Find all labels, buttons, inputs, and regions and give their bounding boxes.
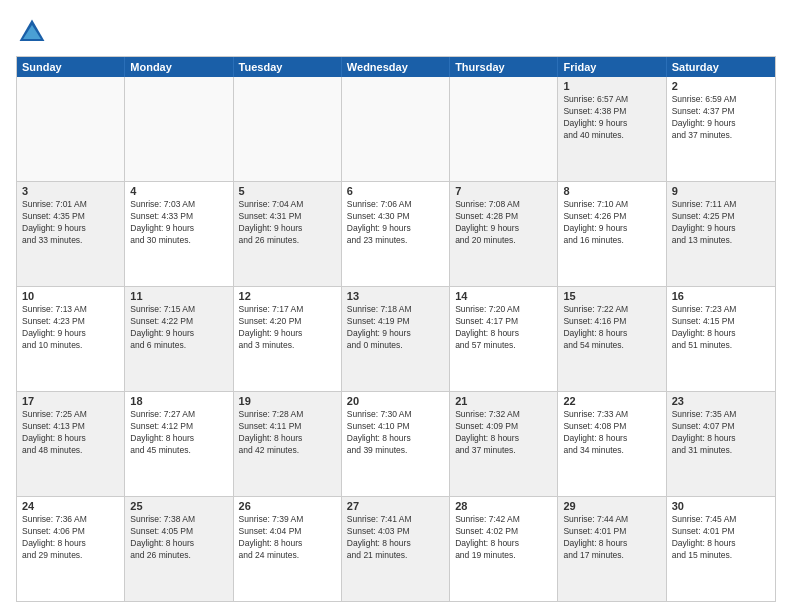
- day-number: 10: [22, 290, 119, 302]
- day-info: Sunrise: 7:30 AM Sunset: 4:10 PM Dayligh…: [347, 409, 444, 457]
- calendar-cell: 9Sunrise: 7:11 AM Sunset: 4:25 PM Daylig…: [667, 182, 775, 286]
- weekday-header: Friday: [558, 57, 666, 77]
- day-info: Sunrise: 7:39 AM Sunset: 4:04 PM Dayligh…: [239, 514, 336, 562]
- calendar-cell: 26Sunrise: 7:39 AM Sunset: 4:04 PM Dayli…: [234, 497, 342, 601]
- day-number: 11: [130, 290, 227, 302]
- day-number: 28: [455, 500, 552, 512]
- calendar-cell: 19Sunrise: 7:28 AM Sunset: 4:11 PM Dayli…: [234, 392, 342, 496]
- day-info: Sunrise: 7:23 AM Sunset: 4:15 PM Dayligh…: [672, 304, 770, 352]
- calendar-row: 24Sunrise: 7:36 AM Sunset: 4:06 PM Dayli…: [17, 497, 775, 601]
- day-info: Sunrise: 7:17 AM Sunset: 4:20 PM Dayligh…: [239, 304, 336, 352]
- day-number: 9: [672, 185, 770, 197]
- calendar-cell: 25Sunrise: 7:38 AM Sunset: 4:05 PM Dayli…: [125, 497, 233, 601]
- weekday-header: Tuesday: [234, 57, 342, 77]
- day-info: Sunrise: 7:01 AM Sunset: 4:35 PM Dayligh…: [22, 199, 119, 247]
- calendar-cell: 17Sunrise: 7:25 AM Sunset: 4:13 PM Dayli…: [17, 392, 125, 496]
- page: SundayMondayTuesdayWednesdayThursdayFrid…: [0, 0, 792, 612]
- calendar-cell: 18Sunrise: 7:27 AM Sunset: 4:12 PM Dayli…: [125, 392, 233, 496]
- calendar-row: 10Sunrise: 7:13 AM Sunset: 4:23 PM Dayli…: [17, 287, 775, 392]
- day-info: Sunrise: 7:42 AM Sunset: 4:02 PM Dayligh…: [455, 514, 552, 562]
- calendar-cell: 10Sunrise: 7:13 AM Sunset: 4:23 PM Dayli…: [17, 287, 125, 391]
- day-info: Sunrise: 7:10 AM Sunset: 4:26 PM Dayligh…: [563, 199, 660, 247]
- day-info: Sunrise: 7:06 AM Sunset: 4:30 PM Dayligh…: [347, 199, 444, 247]
- day-number: 22: [563, 395, 660, 407]
- weekday-header: Thursday: [450, 57, 558, 77]
- calendar-cell: [450, 77, 558, 181]
- day-info: Sunrise: 7:41 AM Sunset: 4:03 PM Dayligh…: [347, 514, 444, 562]
- calendar-row: 17Sunrise: 7:25 AM Sunset: 4:13 PM Dayli…: [17, 392, 775, 497]
- day-info: Sunrise: 7:03 AM Sunset: 4:33 PM Dayligh…: [130, 199, 227, 247]
- calendar-cell: 5Sunrise: 7:04 AM Sunset: 4:31 PM Daylig…: [234, 182, 342, 286]
- calendar-cell: 21Sunrise: 7:32 AM Sunset: 4:09 PM Dayli…: [450, 392, 558, 496]
- calendar-cell: 12Sunrise: 7:17 AM Sunset: 4:20 PM Dayli…: [234, 287, 342, 391]
- day-number: 4: [130, 185, 227, 197]
- calendar-cell: 29Sunrise: 7:44 AM Sunset: 4:01 PM Dayli…: [558, 497, 666, 601]
- calendar-cell: 7Sunrise: 7:08 AM Sunset: 4:28 PM Daylig…: [450, 182, 558, 286]
- calendar-cell: 3Sunrise: 7:01 AM Sunset: 4:35 PM Daylig…: [17, 182, 125, 286]
- day-number: 2: [672, 80, 770, 92]
- calendar-header: SundayMondayTuesdayWednesdayThursdayFrid…: [17, 57, 775, 77]
- day-number: 16: [672, 290, 770, 302]
- calendar-row: 3Sunrise: 7:01 AM Sunset: 4:35 PM Daylig…: [17, 182, 775, 287]
- day-info: Sunrise: 7:25 AM Sunset: 4:13 PM Dayligh…: [22, 409, 119, 457]
- calendar-cell: 13Sunrise: 7:18 AM Sunset: 4:19 PM Dayli…: [342, 287, 450, 391]
- day-info: Sunrise: 7:11 AM Sunset: 4:25 PM Dayligh…: [672, 199, 770, 247]
- day-number: 20: [347, 395, 444, 407]
- day-info: Sunrise: 7:08 AM Sunset: 4:28 PM Dayligh…: [455, 199, 552, 247]
- weekday-header: Monday: [125, 57, 233, 77]
- calendar-cell: 14Sunrise: 7:20 AM Sunset: 4:17 PM Dayli…: [450, 287, 558, 391]
- calendar-cell: 23Sunrise: 7:35 AM Sunset: 4:07 PM Dayli…: [667, 392, 775, 496]
- calendar-cell: 2Sunrise: 6:59 AM Sunset: 4:37 PM Daylig…: [667, 77, 775, 181]
- calendar-cell: 6Sunrise: 7:06 AM Sunset: 4:30 PM Daylig…: [342, 182, 450, 286]
- day-info: Sunrise: 7:04 AM Sunset: 4:31 PM Dayligh…: [239, 199, 336, 247]
- day-info: Sunrise: 7:44 AM Sunset: 4:01 PM Dayligh…: [563, 514, 660, 562]
- calendar-cell: 22Sunrise: 7:33 AM Sunset: 4:08 PM Dayli…: [558, 392, 666, 496]
- day-number: 1: [563, 80, 660, 92]
- calendar-cell: 1Sunrise: 6:57 AM Sunset: 4:38 PM Daylig…: [558, 77, 666, 181]
- day-info: Sunrise: 7:13 AM Sunset: 4:23 PM Dayligh…: [22, 304, 119, 352]
- day-number: 7: [455, 185, 552, 197]
- day-info: Sunrise: 7:27 AM Sunset: 4:12 PM Dayligh…: [130, 409, 227, 457]
- calendar-cell: 24Sunrise: 7:36 AM Sunset: 4:06 PM Dayli…: [17, 497, 125, 601]
- day-number: 12: [239, 290, 336, 302]
- weekday-header: Saturday: [667, 57, 775, 77]
- calendar-cell: 4Sunrise: 7:03 AM Sunset: 4:33 PM Daylig…: [125, 182, 233, 286]
- day-number: 27: [347, 500, 444, 512]
- day-info: Sunrise: 7:32 AM Sunset: 4:09 PM Dayligh…: [455, 409, 552, 457]
- calendar-row: 1Sunrise: 6:57 AM Sunset: 4:38 PM Daylig…: [17, 77, 775, 182]
- calendar-cell: 11Sunrise: 7:15 AM Sunset: 4:22 PM Dayli…: [125, 287, 233, 391]
- day-info: Sunrise: 7:33 AM Sunset: 4:08 PM Dayligh…: [563, 409, 660, 457]
- day-info: Sunrise: 6:57 AM Sunset: 4:38 PM Dayligh…: [563, 94, 660, 142]
- day-number: 5: [239, 185, 336, 197]
- day-number: 21: [455, 395, 552, 407]
- day-number: 26: [239, 500, 336, 512]
- day-number: 25: [130, 500, 227, 512]
- day-info: Sunrise: 7:38 AM Sunset: 4:05 PM Dayligh…: [130, 514, 227, 562]
- day-info: Sunrise: 7:15 AM Sunset: 4:22 PM Dayligh…: [130, 304, 227, 352]
- calendar: SundayMondayTuesdayWednesdayThursdayFrid…: [16, 56, 776, 602]
- calendar-body: 1Sunrise: 6:57 AM Sunset: 4:38 PM Daylig…: [17, 77, 775, 601]
- day-info: Sunrise: 7:45 AM Sunset: 4:01 PM Dayligh…: [672, 514, 770, 562]
- calendar-cell: 28Sunrise: 7:42 AM Sunset: 4:02 PM Dayli…: [450, 497, 558, 601]
- weekday-header: Wednesday: [342, 57, 450, 77]
- logo-icon: [16, 16, 48, 48]
- calendar-cell: 8Sunrise: 7:10 AM Sunset: 4:26 PM Daylig…: [558, 182, 666, 286]
- day-number: 23: [672, 395, 770, 407]
- logo: [16, 16, 52, 48]
- day-number: 8: [563, 185, 660, 197]
- header: [16, 16, 776, 48]
- day-number: 18: [130, 395, 227, 407]
- calendar-cell: [234, 77, 342, 181]
- calendar-cell: [17, 77, 125, 181]
- day-info: Sunrise: 7:20 AM Sunset: 4:17 PM Dayligh…: [455, 304, 552, 352]
- day-number: 29: [563, 500, 660, 512]
- calendar-cell: [342, 77, 450, 181]
- calendar-cell: 27Sunrise: 7:41 AM Sunset: 4:03 PM Dayli…: [342, 497, 450, 601]
- calendar-cell: 30Sunrise: 7:45 AM Sunset: 4:01 PM Dayli…: [667, 497, 775, 601]
- calendar-cell: 20Sunrise: 7:30 AM Sunset: 4:10 PM Dayli…: [342, 392, 450, 496]
- calendar-cell: 16Sunrise: 7:23 AM Sunset: 4:15 PM Dayli…: [667, 287, 775, 391]
- day-number: 19: [239, 395, 336, 407]
- day-number: 13: [347, 290, 444, 302]
- day-number: 15: [563, 290, 660, 302]
- day-number: 6: [347, 185, 444, 197]
